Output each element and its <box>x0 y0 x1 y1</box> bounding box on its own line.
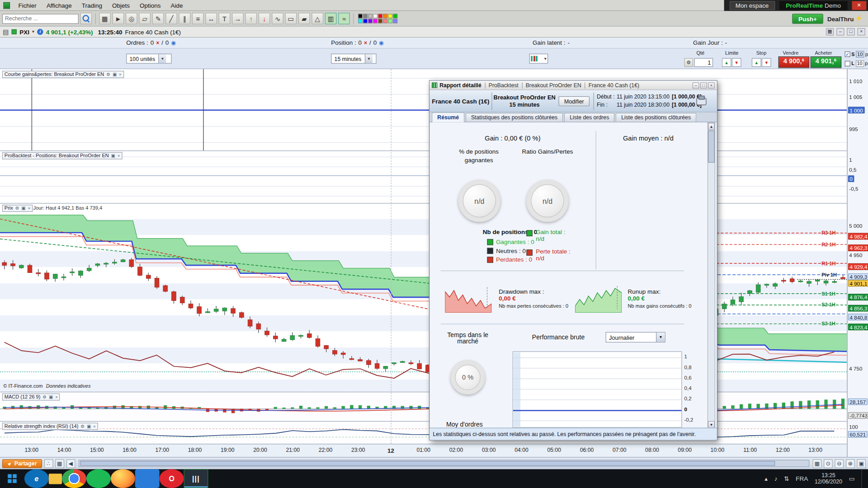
cancel-orders-icon[interactable]: × <box>156 40 159 46</box>
tab-resume[interactable]: Résumé <box>432 113 464 122</box>
menu-affichage[interactable]: Affichage <box>42 2 77 9</box>
menu-trading[interactable]: Trading <box>77 2 107 9</box>
grid-view-icon[interactable]: ▦ <box>55 459 64 468</box>
search-input[interactable] <box>2 14 79 23</box>
time-axis[interactable]: 13:0014:0015:0016:0017:0018:0019:0020:00… <box>0 444 847 457</box>
limit-sell-button[interactable]: ▼ <box>732 58 741 67</box>
close-icon[interactable]: × <box>55 394 58 400</box>
color-swatch[interactable] <box>373 14 377 19</box>
close-position-icon[interactable]: × <box>364 40 367 46</box>
color-swatch[interactable] <box>373 19 377 23</box>
arrow-up-icon[interactable]: ↑ <box>245 13 257 24</box>
show-desktop-button[interactable] <box>861 469 863 488</box>
volume-icon[interactable]: ♪ <box>774 475 778 482</box>
taskbar-firefox-icon[interactable] <box>111 469 135 488</box>
scroll-up-icon[interactable]: ▲ <box>708 123 715 130</box>
color-swatch[interactable] <box>363 14 368 19</box>
gains-pertes-panel[interactable] <box>0 69 847 150</box>
window-icon[interactable]: ▣ <box>111 153 115 159</box>
measure-icon[interactable]: ↔ <box>205 13 217 24</box>
text-icon[interactable]: T <box>219 13 231 24</box>
position-target-icon[interactable]: ◉ <box>379 40 384 46</box>
stop-attach-checkbox[interactable]: ✓ <box>845 51 850 56</box>
eraser-icon[interactable]: ▱ <box>139 13 151 24</box>
maximize-icon[interactable]: □ <box>847 28 854 35</box>
color-swatch[interactable] <box>378 14 382 19</box>
tab-liste-positions[interactable]: Liste des positions clôturées <box>616 113 696 122</box>
minimize-icon[interactable]: – <box>693 82 699 88</box>
settings-icon[interactable]: ⚙ <box>15 205 19 211</box>
arrow-right-icon[interactable]: → <box>232 13 244 24</box>
dealthru-button[interactable]: DealThru⚡ <box>827 15 863 22</box>
push-button[interactable]: Push+ <box>793 14 823 23</box>
mon-espace-button[interactable]: Mon espace <box>729 1 774 10</box>
window-icon[interactable]: ▣ <box>113 71 117 77</box>
layout-grid-icon[interactable]: ▦ <box>826 28 834 35</box>
taskbar-clock[interactable]: 13:2512/06/2020 <box>815 472 842 486</box>
rsi-panel[interactable] <box>0 421 847 444</box>
close-icon[interactable]: × <box>708 82 715 88</box>
rsi-chart[interactable] <box>0 422 847 443</box>
price-chart[interactable] <box>0 204 847 392</box>
fullscreen-icon[interactable]: ▣ <box>857 459 866 468</box>
stop-distance-value[interactable]: 10 <box>856 51 864 57</box>
color-swatch[interactable] <box>363 19 368 23</box>
minimize-icon[interactable]: – <box>836 28 844 35</box>
settings-icon[interactable]: ⚙ <box>80 423 85 429</box>
window-icon[interactable]: ▣ <box>87 423 91 429</box>
rectangle-icon[interactable]: ▭ <box>285 13 297 24</box>
line-mode-icon[interactable]: ≈ <box>338 13 350 24</box>
triangle-icon[interactable]: △ <box>311 13 323 24</box>
limit-distance-value[interactable]: 10 <box>855 60 863 67</box>
stop-buy-button[interactable]: ▲ <box>752 58 761 67</box>
zoom-icon[interactable]: ◎ <box>126 13 137 24</box>
settings-icon[interactable]: ⚙ <box>106 71 110 77</box>
chart-type-button[interactable]: ▾ <box>529 54 548 64</box>
units-select[interactable]: 100 unités▾ <box>126 54 171 64</box>
color-swatch[interactable] <box>378 19 382 23</box>
share-nodes-icon[interactable]: ∴ <box>44 459 53 468</box>
maximize-icon[interactable]: □ <box>700 82 707 88</box>
close-icon[interactable]: × <box>28 205 31 211</box>
taskbar-chrome-icon[interactable] <box>62 469 86 488</box>
color-swatch[interactable] <box>358 14 363 19</box>
dialog-scrollbar[interactable]: ▲ ▼ <box>708 122 715 429</box>
taskbar-explorer-icon[interactable] <box>49 474 62 484</box>
tab-statistiques[interactable]: Statistiques des positions clôturées <box>466 113 563 122</box>
color-swatch[interactable] <box>388 14 392 19</box>
close-icon[interactable]: × <box>119 71 122 77</box>
close-icon[interactable]: × <box>852 1 866 10</box>
orders-target-icon[interactable]: ◉ <box>171 40 176 46</box>
settings-icon[interactable]: ⚙ <box>42 394 47 400</box>
scrollbar-thumb[interactable] <box>708 131 715 163</box>
search-icon[interactable] <box>80 13 92 24</box>
quantity-input[interactable] <box>694 58 713 67</box>
pencil-icon[interactable]: ✎ <box>152 13 164 24</box>
menu-fichier[interactable]: Fichier <box>13 2 41 9</box>
chart-lens-icon[interactable]: ⊙ <box>824 459 833 468</box>
color-swatch[interactable] <box>358 19 363 23</box>
window-icon[interactable]: ▣ <box>21 205 25 211</box>
candlestick-mode-icon[interactable]: ▥ <box>325 13 337 24</box>
arrow-down-icon[interactable]: ↓ <box>259 13 270 24</box>
time-scrollbar[interactable] <box>78 460 809 467</box>
chart-area[interactable]: 13:0014:0015:0016:0017:0018:0019:0020:00… <box>0 69 847 457</box>
taskbar-vscode-icon[interactable] <box>135 469 160 488</box>
window-menu-icon[interactable]: ▤ <box>3 28 9 36</box>
taskbar-opera-icon[interactable]: O <box>160 469 184 488</box>
fibonacci-icon[interactable]: ≡ <box>192 13 204 24</box>
menu-objets[interactable]: Objets <box>107 2 135 9</box>
close-icon[interactable]: × <box>858 28 865 35</box>
start-button[interactable] <box>0 469 24 488</box>
limit-attach-checkbox[interactable] <box>845 61 850 66</box>
close-icon[interactable]: × <box>118 153 120 159</box>
tab-liste-ordres[interactable]: Liste des ordres <box>564 113 615 122</box>
printer-icon[interactable] <box>696 98 706 105</box>
notifications-icon[interactable]: ▭ <box>849 475 855 482</box>
pointer-icon[interactable]: ► <box>113 13 124 24</box>
color-swatch[interactable] <box>383 19 387 23</box>
macd-chart[interactable] <box>0 393 847 420</box>
color-swatch[interactable] <box>393 19 397 23</box>
grid-icon[interactable]: ▦ <box>99 13 111 24</box>
performance-period-select[interactable]: Journalier▾ <box>606 332 665 343</box>
